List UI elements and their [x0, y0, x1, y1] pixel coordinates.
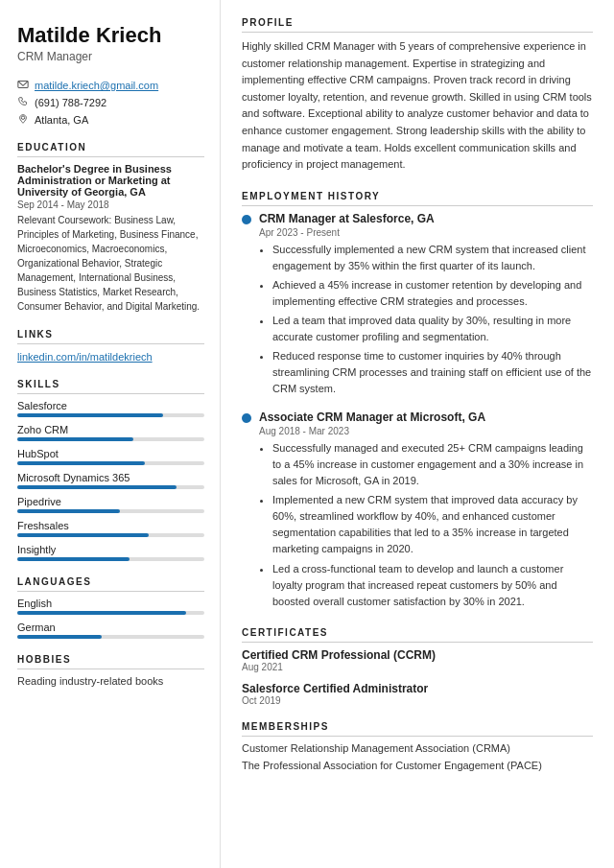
- location-icon: [17, 113, 29, 127]
- skill-label: Salesforce: [17, 400, 204, 411]
- languages-section-title: LANGUAGES: [17, 576, 204, 592]
- edu-dates: Sep 2014 - May 2018: [17, 199, 204, 210]
- candidate-name: Matilde Kriech: [17, 23, 204, 48]
- job-bullets: Successfully implemented a new CRM syste…: [259, 242, 593, 397]
- hobby-item: Reading industry-related books: [17, 675, 204, 687]
- job-dates: Aug 2018 - Mar 2023: [259, 426, 593, 436]
- job-dot: [242, 215, 251, 224]
- job-title: CRM Manager at Salesforce, GA: [259, 212, 435, 225]
- employment-section-title: EMPLOYMENT HISTORY: [242, 191, 593, 206]
- language-label: English: [17, 598, 204, 609]
- job-bullet: Achieved a 45% increase in customer rete…: [272, 277, 593, 310]
- contact-location: Atlanta, GA: [17, 113, 204, 127]
- linkedin-link[interactable]: linkedin.com/in/matildekriech: [17, 350, 204, 364]
- skill-bar-fill: [17, 557, 130, 561]
- edu-courses: Relevant Coursework: Business Law, Princ…: [17, 213, 204, 314]
- skill-item: Freshsales: [17, 520, 204, 537]
- job-bullet: Reduced response time to customer inquir…: [272, 348, 593, 397]
- links-section-title: LINKS: [17, 329, 204, 344]
- cert-date: Oct 2019: [242, 695, 593, 706]
- skill-item: Salesforce: [17, 400, 204, 417]
- cert-block: Salesforce Certified Administrator Oct 2…: [242, 682, 593, 706]
- cert-date: Aug 2021: [242, 662, 593, 672]
- job-block: CRM Manager at Salesforce, GA Apr 2023 -…: [242, 212, 593, 397]
- job-bullet: Led a cross-functional team to develop a…: [272, 561, 593, 610]
- skill-label: HubSpot: [17, 448, 204, 459]
- skill-label: Insightly: [17, 544, 204, 555]
- skill-bar-fill: [17, 413, 163, 417]
- skill-bar-bg: [17, 485, 204, 489]
- profile-section-title: PROFILE: [242, 17, 593, 33]
- skills-section-title: SKILLS: [17, 379, 204, 394]
- cert-name: Salesforce Certified Administrator: [242, 682, 593, 695]
- job-block: Associate CRM Manager at Microsoft, GA A…: [242, 411, 593, 609]
- language-label: German: [17, 622, 204, 633]
- language-bar-bg: [17, 635, 204, 639]
- profile-section: PROFILE Highly skilled CRM Manager with …: [242, 17, 593, 174]
- member-item: Customer Relationship Management Associa…: [242, 742, 593, 754]
- phone-icon: [17, 96, 29, 109]
- courses-text: Business Law, Principles of Marketing, B…: [17, 215, 200, 312]
- job-bullet: Led a team that improved data quality by…: [272, 313, 593, 345]
- skill-item: HubSpot: [17, 448, 204, 465]
- right-column: PROFILE Highly skilled CRM Manager with …: [221, 0, 614, 868]
- skill-bar-fill: [17, 533, 149, 537]
- candidate-title: CRM Manager: [17, 50, 204, 63]
- skills-list: Salesforce Zoho CRM HubSpot Microsoft Dy…: [17, 400, 204, 561]
- skill-bar-bg: [17, 461, 204, 465]
- jobs-list: CRM Manager at Salesforce, GA Apr 2023 -…: [242, 212, 593, 610]
- job-dates: Apr 2023 - Present: [259, 227, 593, 238]
- cert-block: Certified CRM Professional (CCRM) Aug 20…: [242, 648, 593, 672]
- skill-bar-bg: [17, 413, 204, 417]
- job-dot: [242, 413, 251, 423]
- skill-item: Zoho CRM: [17, 424, 204, 441]
- skill-bar-fill: [17, 485, 177, 489]
- courses-label: Relevant Coursework:: [17, 215, 111, 225]
- job-bullet: Successfully managed and executed 25+ CR…: [272, 440, 593, 489]
- hobbies-list: Reading industry-related books: [17, 675, 204, 687]
- skill-label: Freshsales: [17, 520, 204, 531]
- skill-bar-bg: [17, 437, 204, 441]
- memberships-section: MEMBERSHIPS Customer Relationship Manage…: [242, 721, 593, 771]
- certificates-section-title: CERTIFICATES: [242, 627, 593, 643]
- skill-item: Insightly: [17, 544, 204, 561]
- language-bar-fill: [17, 635, 102, 639]
- certs-list: Certified CRM Professional (CCRM) Aug 20…: [242, 648, 593, 706]
- languages-list: English German: [17, 598, 204, 639]
- skill-item: Pipedrive: [17, 496, 204, 513]
- left-column: Matilde Kriech CRM Manager matilde.kriec…: [0, 0, 221, 868]
- education-section-title: EDUCATION: [17, 142, 204, 157]
- employment-section: EMPLOYMENT HISTORY CRM Manager at Salesf…: [242, 191, 593, 610]
- skill-label: Zoho CRM: [17, 424, 204, 435]
- members-list: Customer Relationship Management Associa…: [242, 742, 593, 771]
- svg-point-1: [21, 116, 24, 119]
- profile-text: Highly skilled CRM Manager with 5 years …: [242, 38, 593, 174]
- job-bullet: Successfully implemented a new CRM syste…: [272, 242, 593, 274]
- skill-bar-fill: [17, 461, 145, 465]
- skill-bar-fill: [17, 437, 133, 441]
- job-title: Associate CRM Manager at Microsoft, GA: [259, 411, 485, 424]
- memberships-section-title: MEMBERSHIPS: [242, 721, 593, 737]
- contact-email[interactable]: matilde.kriech@gmail.com: [17, 79, 204, 92]
- skill-label: Pipedrive: [17, 496, 204, 507]
- cert-name: Certified CRM Professional (CCRM): [242, 648, 593, 662]
- email-icon: [17, 79, 29, 92]
- skill-label: Microsoft Dynamics 365: [17, 472, 204, 483]
- skill-bar-bg: [17, 533, 204, 537]
- language-bar-bg: [17, 611, 204, 615]
- certificates-section: CERTIFICATES Certified CRM Professional …: [242, 627, 593, 706]
- skill-bar-fill: [17, 509, 120, 513]
- job-bullets: Successfully managed and executed 25+ CR…: [259, 440, 593, 609]
- edu-degree: Bachelor's Degree in Business Administra…: [17, 163, 204, 198]
- hobbies-section-title: HOBBIES: [17, 654, 204, 669]
- skill-bar-bg: [17, 557, 204, 561]
- skill-bar-bg: [17, 509, 204, 513]
- language-item: English: [17, 598, 204, 615]
- contact-phone: (691) 788-7292: [17, 96, 204, 109]
- skill-item: Microsoft Dynamics 365: [17, 472, 204, 489]
- language-bar-fill: [17, 611, 186, 615]
- job-bullet: Implemented a new CRM system that improv…: [272, 492, 593, 557]
- language-item: German: [17, 622, 204, 639]
- member-item: The Professional Association for Custome…: [242, 760, 593, 771]
